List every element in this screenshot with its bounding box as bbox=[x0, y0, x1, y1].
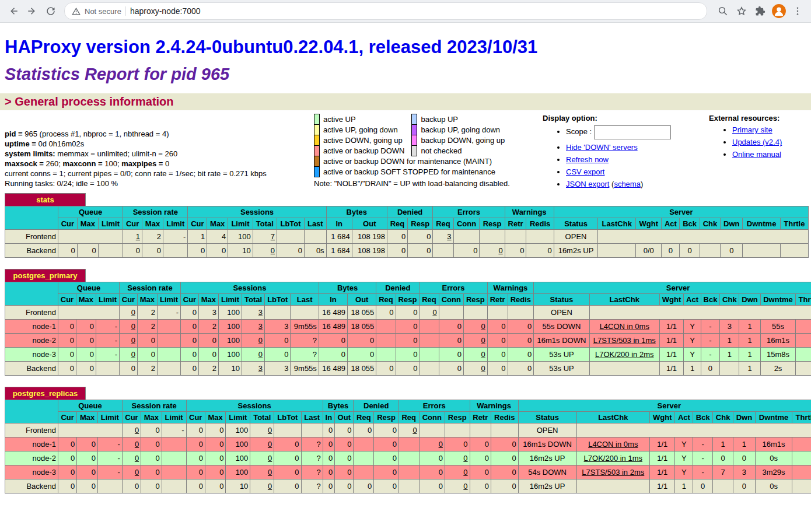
stat-cell: 0 bbox=[323, 452, 334, 466]
stat-cell: 0 bbox=[387, 230, 407, 244]
updates-link[interactable]: Updates (v2.4) bbox=[732, 138, 782, 146]
column-header-max: Max bbox=[198, 294, 218, 306]
row-name-node-3[interactable]: node-3 bbox=[5, 348, 58, 362]
stat-cell: 0 bbox=[733, 452, 755, 466]
stat-cell: 0 bbox=[680, 244, 700, 258]
row-name-node-3[interactable]: node-3 bbox=[5, 466, 58, 480]
row-name-backend[interactable]: Backend bbox=[5, 480, 58, 494]
legend-label: backup UP bbox=[417, 114, 512, 125]
column-header-chk: Chk bbox=[720, 294, 739, 306]
row-name-backend[interactable]: Backend bbox=[5, 244, 58, 258]
column-header-cur: Cur bbox=[188, 218, 207, 230]
row-name-node-1[interactable]: node-1 bbox=[5, 320, 58, 334]
stat-cell: 53s UP bbox=[534, 362, 590, 376]
proxy-name-tab-postgres_primary[interactable]: postgres_primary bbox=[5, 269, 86, 282]
stat-cell: 0 bbox=[487, 348, 508, 362]
stat-cell bbox=[97, 480, 122, 494]
column-header-bck: Bck bbox=[693, 412, 713, 424]
csv-export-link[interactable]: CSV export bbox=[566, 167, 604, 176]
back-button[interactable] bbox=[5, 2, 22, 20]
stat-cell bbox=[376, 334, 396, 348]
column-header-resp: Resp bbox=[396, 294, 420, 306]
stat-cell: Y bbox=[684, 334, 701, 348]
browser-menu-button[interactable] bbox=[789, 2, 806, 20]
column-header-retr: Retr bbox=[487, 294, 508, 306]
column-header-lbtot: LbTot bbox=[277, 218, 305, 230]
stat-cell: 108 198 bbox=[352, 244, 387, 258]
json-export-link-suffix[interactable]: schema bbox=[614, 180, 641, 188]
hide-down-servers-link[interactable]: Hide 'DOWN' servers bbox=[566, 143, 638, 152]
stat-cell: 0 bbox=[205, 452, 226, 466]
stat-cell: 0 bbox=[198, 348, 218, 362]
extensions-button[interactable] bbox=[751, 2, 769, 20]
row-name-node-1[interactable]: node-1 bbox=[5, 438, 58, 452]
stat-cell: ? bbox=[301, 452, 323, 466]
table-row-backend: Backend00020210339m55s16 48918 055000000… bbox=[5, 362, 811, 376]
column-header-req: Req bbox=[354, 412, 374, 424]
stat-cell: 0 bbox=[374, 480, 399, 494]
legend-row: active UPbackup UP bbox=[314, 114, 512, 125]
stat-cell: 1 684 bbox=[326, 244, 352, 258]
primary-site-link[interactable]: Primary site bbox=[732, 125, 772, 134]
stat-cell bbox=[796, 362, 811, 376]
stat-cell: 0 bbox=[491, 480, 518, 494]
profile-avatar[interactable] bbox=[770, 2, 788, 20]
stat-cell: - bbox=[162, 424, 186, 438]
legend-table: active UPbackup UPactive UP, going downb… bbox=[314, 114, 512, 177]
stat-cell: 3 bbox=[433, 230, 453, 244]
stat-cell: 15m8s bbox=[760, 348, 796, 362]
forward-button[interactable] bbox=[23, 2, 41, 20]
column-header-bck: Bck bbox=[680, 218, 700, 230]
url-text[interactable]: haproxy-node:7000 bbox=[130, 6, 201, 16]
json-export-link[interactable]: JSON export bbox=[566, 180, 609, 188]
stat-cell: 0 bbox=[354, 480, 374, 494]
stat-cell: 0 bbox=[419, 452, 445, 466]
haproxy-version-link[interactable]: HAProxy version 2.4.24-0ubuntu0.22.04.1,… bbox=[5, 37, 537, 57]
proxy-name-tab-stats[interactable]: stats bbox=[5, 193, 86, 206]
stat-cell bbox=[354, 466, 374, 480]
stat-cell bbox=[505, 230, 526, 244]
stat-cell: 0s bbox=[305, 244, 327, 258]
stat-cell: 0 bbox=[186, 438, 205, 452]
stat-cell: 0 bbox=[274, 466, 301, 480]
row-name-frontend[interactable]: Frontend bbox=[5, 230, 58, 244]
stat-cell bbox=[157, 320, 180, 334]
row-name-frontend[interactable]: Frontend bbox=[5, 424, 58, 438]
stat-cell: 0 bbox=[250, 438, 274, 452]
online-manual-link[interactable]: Online manual bbox=[732, 150, 781, 159]
stat-cell: 0 bbox=[396, 362, 420, 376]
proxy-name-tab-postgres_replicas[interactable]: postgres_replicas bbox=[5, 387, 86, 400]
row-name-backend[interactable]: Backend bbox=[5, 362, 58, 376]
stat-cell: 0 bbox=[348, 334, 376, 348]
stat-cell: 0 bbox=[205, 438, 226, 452]
stat-cell: 0 bbox=[445, 452, 470, 466]
stat-cell: 1/1 bbox=[659, 348, 684, 362]
zoom-button[interactable] bbox=[714, 2, 732, 20]
column-header-limit: Limit bbox=[163, 218, 188, 230]
address-bar[interactable]: Not secure haproxy-node:7000 bbox=[64, 2, 707, 20]
column-group-sessions: Sessions bbox=[186, 400, 323, 412]
stat-cell bbox=[157, 334, 180, 348]
stat-cell: - bbox=[97, 452, 122, 466]
stat-cell: 0 bbox=[470, 466, 491, 480]
column-header-cur: Cur bbox=[186, 412, 205, 424]
security-label[interactable]: Not secure bbox=[85, 7, 121, 16]
process-info-line: system limits: memmax = unlimited; ulimi… bbox=[5, 149, 314, 159]
row-name-node-2[interactable]: node-2 bbox=[5, 334, 58, 348]
column-group-bytes: Bytes bbox=[319, 282, 376, 294]
bookmark-button[interactable] bbox=[733, 2, 750, 20]
row-name-frontend[interactable]: Frontend bbox=[5, 306, 58, 320]
stat-cell: 0 bbox=[374, 438, 399, 452]
refresh-now-link[interactable]: Refresh now bbox=[566, 155, 609, 164]
stat-cell: 1 bbox=[720, 348, 739, 362]
table-row-node-2: node-200-000010000?000000016m1s DOWNL7ST… bbox=[5, 334, 811, 348]
extensions-puzzle-icon bbox=[755, 6, 765, 16]
stat-cell bbox=[576, 424, 811, 438]
column-group-session-rate: Session rate bbox=[123, 206, 188, 218]
refresh-button[interactable] bbox=[42, 2, 60, 20]
row-name-node-2[interactable]: node-2 bbox=[5, 452, 58, 466]
column-header-max: Max bbox=[77, 412, 98, 424]
stat-cell bbox=[743, 244, 780, 258]
stat-cell: 1/1 bbox=[650, 452, 675, 466]
scope-input[interactable] bbox=[594, 125, 671, 139]
